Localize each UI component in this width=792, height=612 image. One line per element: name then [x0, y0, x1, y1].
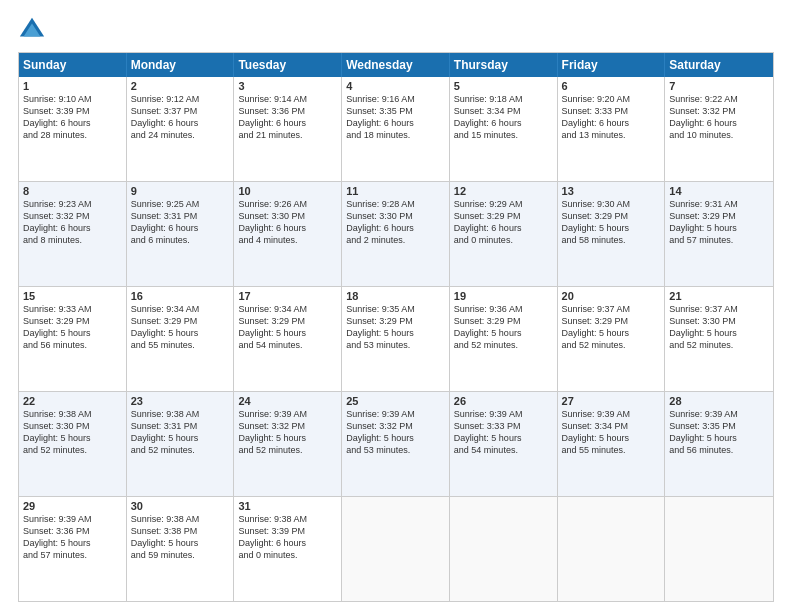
- calendar-cell: 9Sunrise: 9:25 AM Sunset: 3:31 PM Daylig…: [127, 182, 235, 286]
- cell-info: Sunrise: 9:14 AM Sunset: 3:36 PM Dayligh…: [238, 93, 337, 142]
- calendar-cell: 25Sunrise: 9:39 AM Sunset: 3:32 PM Dayli…: [342, 392, 450, 496]
- calendar-cell: 21Sunrise: 9:37 AM Sunset: 3:30 PM Dayli…: [665, 287, 773, 391]
- cell-info: Sunrise: 9:28 AM Sunset: 3:30 PM Dayligh…: [346, 198, 445, 247]
- calendar-cell: 10Sunrise: 9:26 AM Sunset: 3:30 PM Dayli…: [234, 182, 342, 286]
- cell-info: Sunrise: 9:39 AM Sunset: 3:32 PM Dayligh…: [346, 408, 445, 457]
- calendar-cell: 30Sunrise: 9:38 AM Sunset: 3:38 PM Dayli…: [127, 497, 235, 601]
- day-number: 22: [23, 395, 122, 407]
- cell-info: Sunrise: 9:39 AM Sunset: 3:32 PM Dayligh…: [238, 408, 337, 457]
- cell-info: Sunrise: 9:25 AM Sunset: 3:31 PM Dayligh…: [131, 198, 230, 247]
- cell-info: Sunrise: 9:30 AM Sunset: 3:29 PM Dayligh…: [562, 198, 661, 247]
- day-number: 19: [454, 290, 553, 302]
- day-number: 14: [669, 185, 769, 197]
- calendar-cell: 13Sunrise: 9:30 AM Sunset: 3:29 PM Dayli…: [558, 182, 666, 286]
- calendar-cell: 22Sunrise: 9:38 AM Sunset: 3:30 PM Dayli…: [19, 392, 127, 496]
- day-number: 3: [238, 80, 337, 92]
- calendar-cell: 6Sunrise: 9:20 AM Sunset: 3:33 PM Daylig…: [558, 77, 666, 181]
- calendar-header-cell: Sunday: [19, 53, 127, 77]
- cell-info: Sunrise: 9:33 AM Sunset: 3:29 PM Dayligh…: [23, 303, 122, 352]
- cell-info: Sunrise: 9:38 AM Sunset: 3:31 PM Dayligh…: [131, 408, 230, 457]
- cell-info: Sunrise: 9:37 AM Sunset: 3:29 PM Dayligh…: [562, 303, 661, 352]
- calendar-cell: [450, 497, 558, 601]
- day-number: 15: [23, 290, 122, 302]
- calendar-cell: 28Sunrise: 9:39 AM Sunset: 3:35 PM Dayli…: [665, 392, 773, 496]
- day-number: 12: [454, 185, 553, 197]
- calendar-cell: 15Sunrise: 9:33 AM Sunset: 3:29 PM Dayli…: [19, 287, 127, 391]
- day-number: 18: [346, 290, 445, 302]
- day-number: 29: [23, 500, 122, 512]
- cell-info: Sunrise: 9:38 AM Sunset: 3:38 PM Dayligh…: [131, 513, 230, 562]
- logo-icon: [18, 16, 46, 44]
- day-number: 4: [346, 80, 445, 92]
- calendar: SundayMondayTuesdayWednesdayThursdayFrid…: [18, 52, 774, 602]
- calendar-cell: 2Sunrise: 9:12 AM Sunset: 3:37 PM Daylig…: [127, 77, 235, 181]
- cell-info: Sunrise: 9:36 AM Sunset: 3:29 PM Dayligh…: [454, 303, 553, 352]
- day-number: 23: [131, 395, 230, 407]
- cell-info: Sunrise: 9:34 AM Sunset: 3:29 PM Dayligh…: [238, 303, 337, 352]
- cell-info: Sunrise: 9:39 AM Sunset: 3:34 PM Dayligh…: [562, 408, 661, 457]
- calendar-row: 29Sunrise: 9:39 AM Sunset: 3:36 PM Dayli…: [19, 497, 773, 601]
- calendar-cell: 29Sunrise: 9:39 AM Sunset: 3:36 PM Dayli…: [19, 497, 127, 601]
- calendar-cell: [558, 497, 666, 601]
- calendar-cell: 7Sunrise: 9:22 AM Sunset: 3:32 PM Daylig…: [665, 77, 773, 181]
- calendar-row: 22Sunrise: 9:38 AM Sunset: 3:30 PM Dayli…: [19, 392, 773, 497]
- cell-info: Sunrise: 9:31 AM Sunset: 3:29 PM Dayligh…: [669, 198, 769, 247]
- day-number: 13: [562, 185, 661, 197]
- cell-info: Sunrise: 9:39 AM Sunset: 3:33 PM Dayligh…: [454, 408, 553, 457]
- calendar-row: 1Sunrise: 9:10 AM Sunset: 3:39 PM Daylig…: [19, 77, 773, 182]
- calendar-cell: 19Sunrise: 9:36 AM Sunset: 3:29 PM Dayli…: [450, 287, 558, 391]
- calendar-cell: 5Sunrise: 9:18 AM Sunset: 3:34 PM Daylig…: [450, 77, 558, 181]
- cell-info: Sunrise: 9:34 AM Sunset: 3:29 PM Dayligh…: [131, 303, 230, 352]
- logo: [18, 16, 50, 44]
- calendar-cell: 23Sunrise: 9:38 AM Sunset: 3:31 PM Dayli…: [127, 392, 235, 496]
- day-number: 5: [454, 80, 553, 92]
- day-number: 24: [238, 395, 337, 407]
- calendar-header-cell: Wednesday: [342, 53, 450, 77]
- day-number: 8: [23, 185, 122, 197]
- calendar-cell: 14Sunrise: 9:31 AM Sunset: 3:29 PM Dayli…: [665, 182, 773, 286]
- day-number: 1: [23, 80, 122, 92]
- calendar-cell: [665, 497, 773, 601]
- calendar-cell: 4Sunrise: 9:16 AM Sunset: 3:35 PM Daylig…: [342, 77, 450, 181]
- calendar-cell: 31Sunrise: 9:38 AM Sunset: 3:39 PM Dayli…: [234, 497, 342, 601]
- cell-info: Sunrise: 9:20 AM Sunset: 3:33 PM Dayligh…: [562, 93, 661, 142]
- day-number: 11: [346, 185, 445, 197]
- day-number: 20: [562, 290, 661, 302]
- cell-info: Sunrise: 9:12 AM Sunset: 3:37 PM Dayligh…: [131, 93, 230, 142]
- day-number: 26: [454, 395, 553, 407]
- calendar-header-cell: Thursday: [450, 53, 558, 77]
- page: SundayMondayTuesdayWednesdayThursdayFrid…: [0, 0, 792, 612]
- day-number: 16: [131, 290, 230, 302]
- cell-info: Sunrise: 9:29 AM Sunset: 3:29 PM Dayligh…: [454, 198, 553, 247]
- calendar-cell: 20Sunrise: 9:37 AM Sunset: 3:29 PM Dayli…: [558, 287, 666, 391]
- cell-info: Sunrise: 9:23 AM Sunset: 3:32 PM Dayligh…: [23, 198, 122, 247]
- day-number: 6: [562, 80, 661, 92]
- calendar-cell: 16Sunrise: 9:34 AM Sunset: 3:29 PM Dayli…: [127, 287, 235, 391]
- calendar-row: 15Sunrise: 9:33 AM Sunset: 3:29 PM Dayli…: [19, 287, 773, 392]
- cell-info: Sunrise: 9:39 AM Sunset: 3:36 PM Dayligh…: [23, 513, 122, 562]
- calendar-cell: [342, 497, 450, 601]
- calendar-cell: 26Sunrise: 9:39 AM Sunset: 3:33 PM Dayli…: [450, 392, 558, 496]
- calendar-header-cell: Saturday: [665, 53, 773, 77]
- day-number: 10: [238, 185, 337, 197]
- cell-info: Sunrise: 9:38 AM Sunset: 3:39 PM Dayligh…: [238, 513, 337, 562]
- cell-info: Sunrise: 9:38 AM Sunset: 3:30 PM Dayligh…: [23, 408, 122, 457]
- cell-info: Sunrise: 9:37 AM Sunset: 3:30 PM Dayligh…: [669, 303, 769, 352]
- calendar-header: SundayMondayTuesdayWednesdayThursdayFrid…: [19, 53, 773, 77]
- calendar-header-cell: Tuesday: [234, 53, 342, 77]
- day-number: 28: [669, 395, 769, 407]
- cell-info: Sunrise: 9:26 AM Sunset: 3:30 PM Dayligh…: [238, 198, 337, 247]
- calendar-cell: 1Sunrise: 9:10 AM Sunset: 3:39 PM Daylig…: [19, 77, 127, 181]
- calendar-row: 8Sunrise: 9:23 AM Sunset: 3:32 PM Daylig…: [19, 182, 773, 287]
- calendar-cell: 17Sunrise: 9:34 AM Sunset: 3:29 PM Dayli…: [234, 287, 342, 391]
- calendar-body: 1Sunrise: 9:10 AM Sunset: 3:39 PM Daylig…: [19, 77, 773, 601]
- header: [18, 16, 774, 44]
- day-number: 30: [131, 500, 230, 512]
- calendar-cell: 3Sunrise: 9:14 AM Sunset: 3:36 PM Daylig…: [234, 77, 342, 181]
- cell-info: Sunrise: 9:10 AM Sunset: 3:39 PM Dayligh…: [23, 93, 122, 142]
- day-number: 7: [669, 80, 769, 92]
- calendar-header-cell: Friday: [558, 53, 666, 77]
- calendar-cell: 24Sunrise: 9:39 AM Sunset: 3:32 PM Dayli…: [234, 392, 342, 496]
- cell-info: Sunrise: 9:35 AM Sunset: 3:29 PM Dayligh…: [346, 303, 445, 352]
- day-number: 31: [238, 500, 337, 512]
